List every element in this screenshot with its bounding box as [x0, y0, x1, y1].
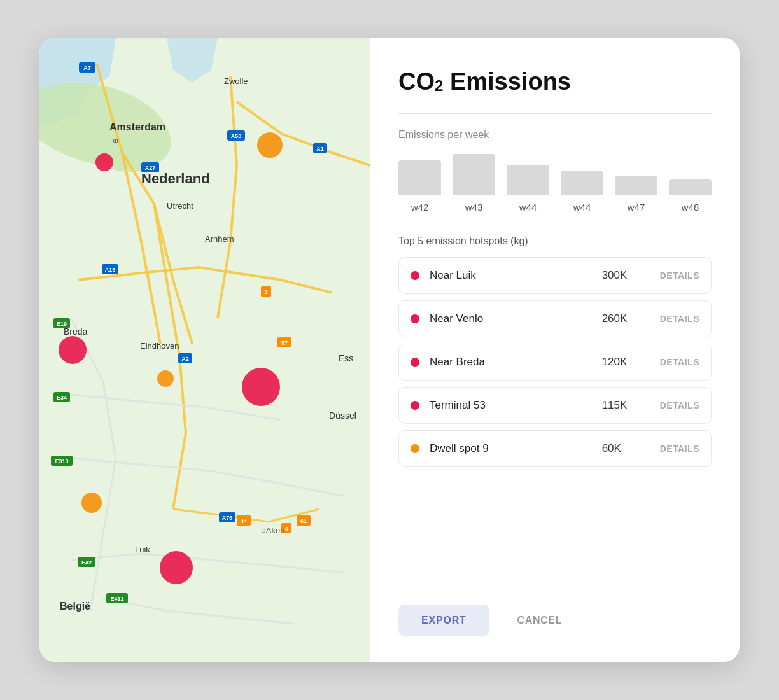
page-container: A7 A27 A50 A1 A2 A15 E19	[0, 0, 779, 700]
svg-text:61: 61	[300, 518, 307, 524]
hotspot-value-breda: 120K	[602, 356, 637, 368]
hotspot-name-venlo: Near Venlo	[430, 312, 602, 325]
footer-buttons: EXPORT CANCEL	[398, 594, 712, 636]
svg-point-52	[242, 368, 280, 406]
svg-text:Nederland: Nederland	[141, 171, 210, 186]
week-label-w44: w44	[507, 202, 549, 213]
hotspot-value-terminal53: 115K	[602, 399, 637, 412]
hotspot-details-breda[interactable]: DETAILS	[660, 357, 699, 367]
week-labels-row: w42 w43 w44 w44 w47 w48	[398, 202, 712, 213]
week-label-w43: w43	[453, 202, 495, 213]
chart-label: Emissions per week	[398, 129, 712, 141]
hotspot-item-breda: Near Breda 120K DETAILS	[398, 344, 712, 381]
cancel-button[interactable]: CANCEL	[505, 605, 575, 636]
week-label-w47: w47	[615, 202, 657, 213]
svg-point-50	[59, 336, 87, 364]
dot-terminal53	[411, 401, 419, 410]
dot-luik	[411, 271, 419, 280]
hotspots-label: Top 5 emission hotspots (kg)	[398, 235, 712, 247]
hotspot-name-terminal53: Terminal 53	[430, 399, 602, 412]
svg-text:Amsterdam: Amsterdam	[109, 122, 165, 132]
hotspot-item-terminal53: Terminal 53 115K DETAILS	[398, 387, 712, 424]
svg-text:Eindhoven: Eindhoven	[140, 341, 179, 351]
hotspot-name-dwell9: Dwell spot 9	[430, 442, 602, 455]
title-divider	[398, 113, 712, 114]
chart-bars	[398, 151, 712, 195]
emissions-chart: w42 w43 w44 w44 w47 w48	[398, 151, 712, 230]
hotspot-value-dwell9: 60K	[602, 442, 637, 455]
svg-point-53	[81, 493, 102, 513]
svg-text:Utrecht: Utrecht	[167, 201, 193, 211]
bar-w43	[453, 154, 495, 195]
hotspot-details-venlo[interactable]: DETAILS	[660, 314, 699, 324]
hotspot-item-dwell9: Dwell spot 9 60K DETAILS	[398, 430, 712, 467]
export-button[interactable]: EXPORT	[398, 605, 489, 636]
panel-title: CO2 Emissions	[398, 69, 712, 95]
dot-dwell9	[411, 444, 419, 453]
hotspot-details-luik[interactable]: DETAILS	[660, 270, 699, 281]
hotspot-item-venlo: Near Venlo 260K DETAILS	[398, 300, 712, 337]
svg-text:E411: E411	[110, 596, 123, 602]
week-label-w48: w48	[669, 202, 712, 213]
svg-text:A15: A15	[105, 267, 116, 273]
hotspot-list: Near Luik 300K DETAILS Near Venlo 260K D…	[398, 257, 712, 579]
svg-text:3: 3	[264, 289, 267, 295]
svg-text:57: 57	[281, 340, 288, 346]
svg-text:Luik: Luik	[135, 545, 150, 554]
svg-text:A76: A76	[222, 515, 233, 521]
bar-w44b	[561, 171, 603, 195]
svg-text:Zwolle: Zwolle	[224, 76, 248, 86]
svg-text:44: 44	[241, 518, 247, 524]
svg-point-54	[160, 551, 193, 584]
svg-text:E313: E313	[55, 458, 68, 465]
hotspot-item-luik: Near Luik 300K DETAILS	[398, 257, 712, 294]
svg-text:Düssel: Düssel	[329, 410, 356, 421]
bar-w44	[507, 165, 549, 195]
svg-text:A50: A50	[231, 133, 242, 139]
svg-text:België: België	[60, 601, 90, 612]
week-label-w44b: w44	[561, 202, 603, 213]
svg-text:⊕: ⊕	[113, 137, 118, 144]
main-card: A7 A27 A50 A1 A2 A15 E19	[39, 38, 740, 662]
svg-text:Arnhem: Arnhem	[205, 234, 234, 244]
bar-w48	[669, 179, 712, 195]
week-label-w42: w42	[398, 202, 441, 213]
svg-text:E42: E42	[81, 559, 92, 566]
svg-text:E34: E34	[57, 395, 67, 401]
hotspot-details-terminal53[interactable]: DETAILS	[660, 400, 699, 410]
dot-breda	[411, 358, 419, 367]
svg-point-48	[95, 153, 113, 171]
svg-point-51	[157, 370, 174, 387]
bar-w47	[615, 176, 657, 195]
dot-venlo	[411, 314, 419, 323]
hotspot-details-dwell9[interactable]: DETAILS	[660, 444, 699, 454]
hotspot-value-luik: 300K	[602, 269, 637, 282]
hotspot-name-breda: Near Breda	[430, 356, 602, 368]
svg-text:A2: A2	[181, 356, 189, 362]
svg-text:A7: A7	[83, 65, 91, 71]
svg-point-49	[257, 132, 283, 158]
svg-text:A1: A1	[316, 146, 324, 152]
bar-w42	[398, 160, 441, 195]
svg-text:○Aken: ○Aken	[261, 526, 284, 535]
hotspot-value-venlo: 260K	[602, 312, 637, 325]
map-panel: A7 A27 A50 A1 A2 A15 E19	[39, 38, 370, 662]
svg-text:Ess: Ess	[339, 353, 353, 363]
svg-text:4: 4	[284, 526, 288, 532]
info-panel: CO2 Emissions Emissions per week w42 w43…	[370, 38, 740, 662]
svg-text:Breda: Breda	[64, 326, 88, 337]
hotspot-name-luik: Near Luik	[430, 269, 602, 282]
